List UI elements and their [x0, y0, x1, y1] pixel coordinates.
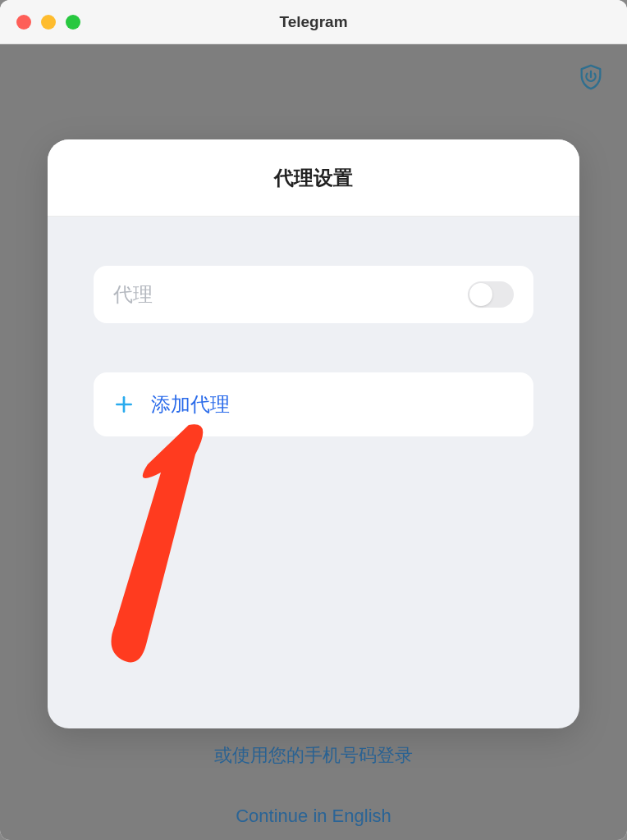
modal-body: 代理 添加代理: [48, 217, 579, 436]
titlebar: Telegram: [0, 0, 627, 44]
phone-login-link[interactable]: 或使用您的手机号码登录: [149, 743, 478, 768]
plus-icon: [113, 394, 135, 415]
add-proxy-label: 添加代理: [151, 391, 230, 418]
app-window: Telegram 或使用您的手机号码登录 Continue in English…: [0, 0, 627, 840]
window-title: Telegram: [279, 13, 347, 31]
proxy-toggle[interactable]: [468, 281, 514, 308]
continue-english-link[interactable]: Continue in English: [236, 806, 391, 827]
proxy-label: 代理: [113, 281, 153, 308]
shield-power-icon: [577, 63, 605, 94]
proxy-shield-button[interactable]: [573, 61, 609, 97]
add-proxy-button[interactable]: 添加代理: [94, 372, 533, 436]
maximize-window-button[interactable]: [66, 15, 80, 30]
minimize-window-button[interactable]: [41, 15, 56, 30]
window-controls: [16, 15, 80, 30]
proxy-toggle-row: 代理: [94, 266, 533, 323]
proxy-settings-modal: 代理设置 代理 添加代理: [48, 139, 579, 728]
modal-header: 代理设置: [48, 139, 579, 217]
toggle-knob: [469, 283, 492, 306]
close-window-button[interactable]: [16, 15, 31, 30]
modal-title: 代理设置: [274, 165, 353, 191]
